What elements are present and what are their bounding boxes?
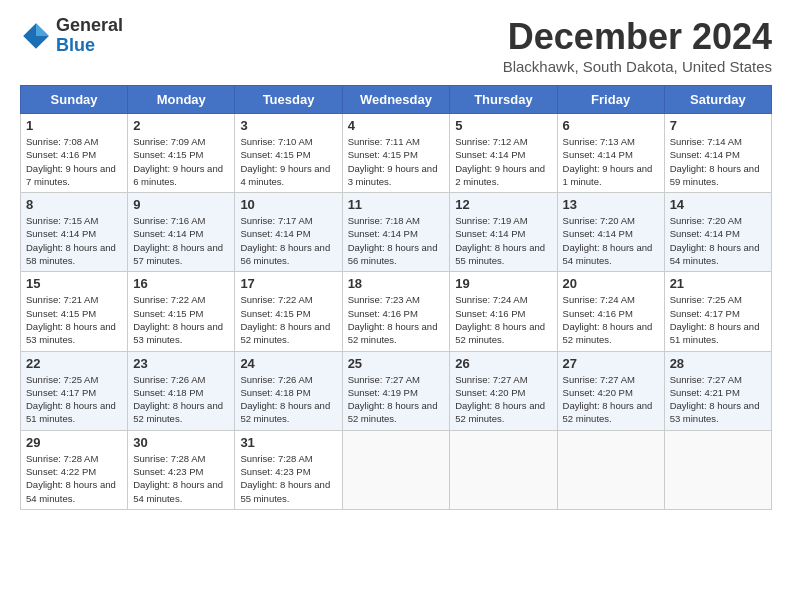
day-info: Sunrise: 7:22 AMSunset: 4:15 PMDaylight:… xyxy=(133,293,229,346)
location-title: Blackhawk, South Dakota, United States xyxy=(503,58,772,75)
day-number: 25 xyxy=(348,356,445,371)
day-number: 19 xyxy=(455,276,551,291)
day-info: Sunrise: 7:20 AMSunset: 4:14 PMDaylight:… xyxy=(563,214,659,267)
day-info: Sunrise: 7:08 AMSunset: 4:16 PMDaylight:… xyxy=(26,135,122,188)
calendar-cell: 26Sunrise: 7:27 AMSunset: 4:20 PMDayligh… xyxy=(450,351,557,430)
calendar-cell xyxy=(664,430,771,509)
day-info: Sunrise: 7:19 AMSunset: 4:14 PMDaylight:… xyxy=(455,214,551,267)
calendar-cell: 1Sunrise: 7:08 AMSunset: 4:16 PMDaylight… xyxy=(21,114,128,193)
calendar-cell: 10Sunrise: 7:17 AMSunset: 4:14 PMDayligh… xyxy=(235,193,342,272)
month-title: December 2024 xyxy=(503,16,772,58)
logo-text: General Blue xyxy=(56,16,123,56)
calendar-cell: 23Sunrise: 7:26 AMSunset: 4:18 PMDayligh… xyxy=(128,351,235,430)
day-info: Sunrise: 7:27 AMSunset: 4:21 PMDaylight:… xyxy=(670,373,766,426)
day-number: 10 xyxy=(240,197,336,212)
calendar-cell: 6Sunrise: 7:13 AMSunset: 4:14 PMDaylight… xyxy=(557,114,664,193)
day-info: Sunrise: 7:14 AMSunset: 4:14 PMDaylight:… xyxy=(670,135,766,188)
day-info: Sunrise: 7:15 AMSunset: 4:14 PMDaylight:… xyxy=(26,214,122,267)
day-info: Sunrise: 7:28 AMSunset: 4:23 PMDaylight:… xyxy=(133,452,229,505)
calendar-cell: 15Sunrise: 7:21 AMSunset: 4:15 PMDayligh… xyxy=(21,272,128,351)
calendar-cell: 9Sunrise: 7:16 AMSunset: 4:14 PMDaylight… xyxy=(128,193,235,272)
day-info: Sunrise: 7:09 AMSunset: 4:15 PMDaylight:… xyxy=(133,135,229,188)
day-number: 2 xyxy=(133,118,229,133)
calendar-cell: 5Sunrise: 7:12 AMSunset: 4:14 PMDaylight… xyxy=(450,114,557,193)
calendar-cell: 13Sunrise: 7:20 AMSunset: 4:14 PMDayligh… xyxy=(557,193,664,272)
calendar-cell: 24Sunrise: 7:26 AMSunset: 4:18 PMDayligh… xyxy=(235,351,342,430)
calendar-cell xyxy=(450,430,557,509)
calendar-cell: 12Sunrise: 7:19 AMSunset: 4:14 PMDayligh… xyxy=(450,193,557,272)
day-number: 11 xyxy=(348,197,445,212)
day-number: 9 xyxy=(133,197,229,212)
day-number: 20 xyxy=(563,276,659,291)
day-number: 13 xyxy=(563,197,659,212)
calendar-cell: 27Sunrise: 7:27 AMSunset: 4:20 PMDayligh… xyxy=(557,351,664,430)
calendar-week-2: 8Sunrise: 7:15 AMSunset: 4:14 PMDaylight… xyxy=(21,193,772,272)
day-info: Sunrise: 7:12 AMSunset: 4:14 PMDaylight:… xyxy=(455,135,551,188)
calendar-cell xyxy=(342,430,450,509)
day-number: 23 xyxy=(133,356,229,371)
calendar-cell: 2Sunrise: 7:09 AMSunset: 4:15 PMDaylight… xyxy=(128,114,235,193)
calendar-week-5: 29Sunrise: 7:28 AMSunset: 4:22 PMDayligh… xyxy=(21,430,772,509)
day-number: 24 xyxy=(240,356,336,371)
day-info: Sunrise: 7:17 AMSunset: 4:14 PMDaylight:… xyxy=(240,214,336,267)
day-header-wednesday: Wednesday xyxy=(342,86,450,114)
day-number: 8 xyxy=(26,197,122,212)
logo-icon xyxy=(20,20,52,52)
day-info: Sunrise: 7:23 AMSunset: 4:16 PMDaylight:… xyxy=(348,293,445,346)
day-number: 22 xyxy=(26,356,122,371)
day-info: Sunrise: 7:24 AMSunset: 4:16 PMDaylight:… xyxy=(455,293,551,346)
day-info: Sunrise: 7:11 AMSunset: 4:15 PMDaylight:… xyxy=(348,135,445,188)
day-header-tuesday: Tuesday xyxy=(235,86,342,114)
day-info: Sunrise: 7:18 AMSunset: 4:14 PMDaylight:… xyxy=(348,214,445,267)
day-number: 15 xyxy=(26,276,122,291)
day-number: 17 xyxy=(240,276,336,291)
day-info: Sunrise: 7:26 AMSunset: 4:18 PMDaylight:… xyxy=(240,373,336,426)
calendar-cell: 3Sunrise: 7:10 AMSunset: 4:15 PMDaylight… xyxy=(235,114,342,193)
day-info: Sunrise: 7:20 AMSunset: 4:14 PMDaylight:… xyxy=(670,214,766,267)
day-info: Sunrise: 7:27 AMSunset: 4:19 PMDaylight:… xyxy=(348,373,445,426)
calendar-cell: 11Sunrise: 7:18 AMSunset: 4:14 PMDayligh… xyxy=(342,193,450,272)
calendar-cell: 22Sunrise: 7:25 AMSunset: 4:17 PMDayligh… xyxy=(21,351,128,430)
day-number: 7 xyxy=(670,118,766,133)
calendar-cell: 29Sunrise: 7:28 AMSunset: 4:22 PMDayligh… xyxy=(21,430,128,509)
day-number: 28 xyxy=(670,356,766,371)
day-number: 14 xyxy=(670,197,766,212)
day-info: Sunrise: 7:25 AMSunset: 4:17 PMDaylight:… xyxy=(26,373,122,426)
day-number: 12 xyxy=(455,197,551,212)
day-info: Sunrise: 7:16 AMSunset: 4:14 PMDaylight:… xyxy=(133,214,229,267)
calendar-cell: 18Sunrise: 7:23 AMSunset: 4:16 PMDayligh… xyxy=(342,272,450,351)
day-header-friday: Friday xyxy=(557,86,664,114)
page-header: General Blue December 2024 Blackhawk, So… xyxy=(20,16,772,75)
calendar-cell: 16Sunrise: 7:22 AMSunset: 4:15 PMDayligh… xyxy=(128,272,235,351)
day-info: Sunrise: 7:27 AMSunset: 4:20 PMDaylight:… xyxy=(563,373,659,426)
calendar-week-4: 22Sunrise: 7:25 AMSunset: 4:17 PMDayligh… xyxy=(21,351,772,430)
calendar-cell: 28Sunrise: 7:27 AMSunset: 4:21 PMDayligh… xyxy=(664,351,771,430)
day-number: 21 xyxy=(670,276,766,291)
day-info: Sunrise: 7:28 AMSunset: 4:22 PMDaylight:… xyxy=(26,452,122,505)
day-info: Sunrise: 7:21 AMSunset: 4:15 PMDaylight:… xyxy=(26,293,122,346)
calendar-cell xyxy=(557,430,664,509)
day-info: Sunrise: 7:27 AMSunset: 4:20 PMDaylight:… xyxy=(455,373,551,426)
day-header-monday: Monday xyxy=(128,86,235,114)
calendar-cell: 20Sunrise: 7:24 AMSunset: 4:16 PMDayligh… xyxy=(557,272,664,351)
day-info: Sunrise: 7:10 AMSunset: 4:15 PMDaylight:… xyxy=(240,135,336,188)
day-number: 1 xyxy=(26,118,122,133)
day-number: 30 xyxy=(133,435,229,450)
calendar-cell: 25Sunrise: 7:27 AMSunset: 4:19 PMDayligh… xyxy=(342,351,450,430)
calendar-week-3: 15Sunrise: 7:21 AMSunset: 4:15 PMDayligh… xyxy=(21,272,772,351)
logo: General Blue xyxy=(20,16,123,56)
calendar-cell: 14Sunrise: 7:20 AMSunset: 4:14 PMDayligh… xyxy=(664,193,771,272)
day-info: Sunrise: 7:25 AMSunset: 4:17 PMDaylight:… xyxy=(670,293,766,346)
day-info: Sunrise: 7:24 AMSunset: 4:16 PMDaylight:… xyxy=(563,293,659,346)
calendar-cell: 19Sunrise: 7:24 AMSunset: 4:16 PMDayligh… xyxy=(450,272,557,351)
day-info: Sunrise: 7:26 AMSunset: 4:18 PMDaylight:… xyxy=(133,373,229,426)
day-info: Sunrise: 7:28 AMSunset: 4:23 PMDaylight:… xyxy=(240,452,336,505)
calendar-cell: 31Sunrise: 7:28 AMSunset: 4:23 PMDayligh… xyxy=(235,430,342,509)
day-number: 4 xyxy=(348,118,445,133)
calendar-cell: 17Sunrise: 7:22 AMSunset: 4:15 PMDayligh… xyxy=(235,272,342,351)
day-header-saturday: Saturday xyxy=(664,86,771,114)
day-number: 26 xyxy=(455,356,551,371)
calendar-cell: 30Sunrise: 7:28 AMSunset: 4:23 PMDayligh… xyxy=(128,430,235,509)
day-number: 18 xyxy=(348,276,445,291)
calendar-table: SundayMondayTuesdayWednesdayThursdayFrid… xyxy=(20,85,772,510)
